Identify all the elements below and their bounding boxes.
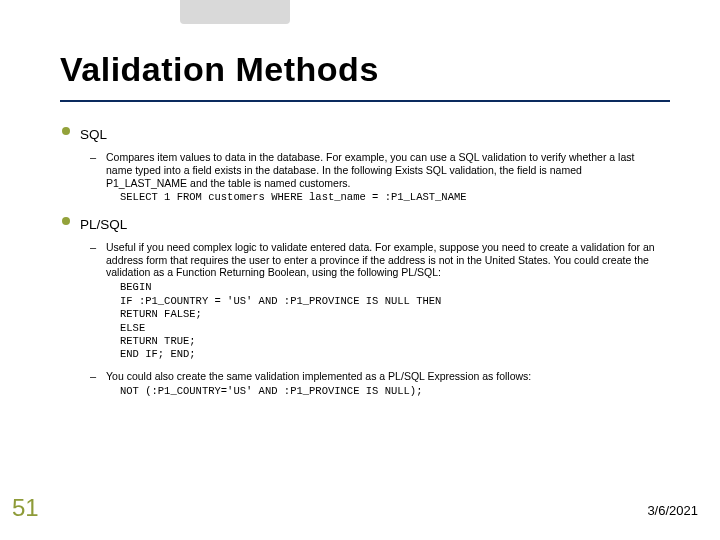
page-number: 51: [12, 494, 39, 522]
slide-title: Validation Methods: [60, 50, 379, 89]
sub-bullet: – You could also create the same validat…: [106, 370, 660, 398]
bullet-sql: SQL – Compares item values to data in th…: [80, 125, 660, 205]
slide-content: SQL – Compares item values to data in th…: [80, 125, 660, 408]
dash-icon: –: [90, 370, 96, 383]
bullet-label: SQL: [80, 127, 107, 142]
code-block: BEGIN IF :P1_COUNTRY = 'US' AND :P1_PROV…: [120, 281, 660, 362]
sub-bullet: – Compares item values to data in the da…: [106, 151, 660, 205]
sub-bullet: – Useful if you need complex logic to va…: [106, 241, 660, 362]
bullet-label: PL/SQL: [80, 217, 127, 232]
slide-date: 3/6/2021: [647, 503, 698, 518]
tab-stub: [180, 0, 290, 24]
title-rule: [60, 100, 670, 102]
dash-icon: –: [90, 241, 96, 254]
bullet-icon: [62, 217, 70, 225]
sub-text: Compares item values to data in the data…: [106, 151, 634, 189]
code-block: NOT (:P1_COUNTRY='US' AND :P1_PROVINCE I…: [120, 385, 660, 398]
bullet-icon: [62, 127, 70, 135]
bullet-plsql: PL/SQL – Useful if you need complex logi…: [80, 215, 660, 398]
slide: Validation Methods SQL – Compares item v…: [0, 0, 720, 540]
dash-icon: –: [90, 151, 96, 164]
code-block: SELECT 1 FROM customers WHERE last_name …: [120, 191, 660, 204]
sub-text: You could also create the same validatio…: [106, 370, 531, 382]
sub-text: Useful if you need complex logic to vali…: [106, 241, 655, 279]
